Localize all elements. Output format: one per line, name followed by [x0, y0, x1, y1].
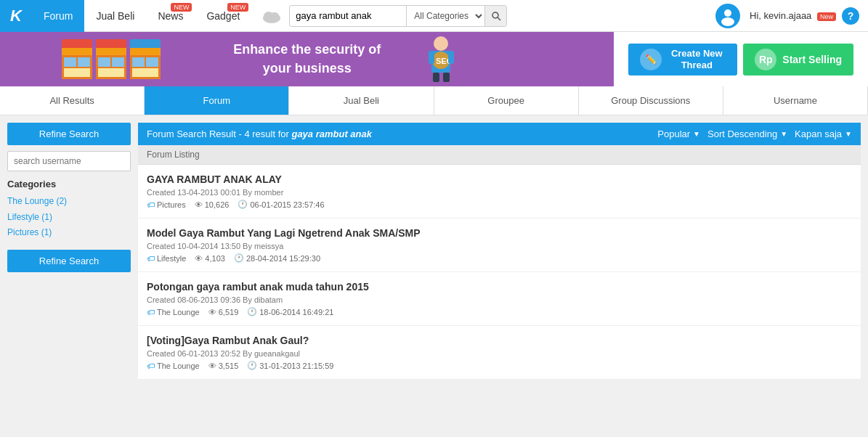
header: K Forum Jual Beli News NEW Gadget NEW Al… [0, 0, 868, 32]
main-content: Refine Search Categories The Lounge (2) … [0, 115, 868, 387]
user-info: Hi, kevin.ajaaa New [750, 10, 836, 21]
store-1 [62, 39, 92, 79]
banner-stores [62, 39, 161, 79]
help-icon-wrapper[interactable] [712, 0, 744, 32]
tab-jual-beli[interactable]: Jual Beli [289, 86, 434, 115]
svg-point-6 [724, 9, 731, 17]
logo-icon: K [10, 7, 22, 25]
results-header: Forum Search Result - 4 result for gaya … [138, 123, 861, 145]
banner: Enhance the security of your business SE… [0, 32, 614, 86]
sort-popular[interactable]: Popular ▼ [657, 128, 700, 139]
sort-descending-arrow: ▼ [780, 130, 787, 138]
thread-title-2[interactable]: Model Gaya Rambut Yang Lagi Ngetrend Ana… [147, 227, 852, 239]
table-row: Model Gaya Rambut Yang Lagi Ngetrend Ana… [138, 218, 861, 272]
header-right: Hi, kevin.ajaaa New ? [712, 0, 868, 32]
thread-views-2: 👁 4,103 [195, 254, 225, 263]
thread-meta-1: Created 13-04-2013 00:01 By momber [147, 188, 852, 197]
username-search-input[interactable] [7, 151, 131, 171]
thread-stats-3: 🏷 The Lounge 👁 6,519 🕐 18-06-2014 16:49:… [147, 307, 852, 316]
clock-icon: 🕐 [238, 200, 248, 209]
sort-time[interactable]: Kapan saja ▼ [795, 128, 852, 139]
thread-meta-4: Created 06-01-2013 20:52 By gueanakgaul [147, 349, 852, 358]
tag-icon: 🏷 [147, 254, 155, 263]
tab-forum[interactable]: Forum [145, 86, 289, 115]
tag-icon: 🏷 [147, 308, 155, 316]
tab-group-discussions[interactable]: Group Discussions [579, 86, 723, 115]
thread-title-3[interactable]: Potongan gaya rambut anak muda tahun 201… [147, 281, 852, 293]
store-3 [130, 39, 161, 79]
clock-icon: 🕐 [247, 307, 257, 316]
tag-icon: 🏷 [147, 362, 155, 370]
thread-stats-2: 🏷 Lifestyle 👁 4,103 🕐 28-04-2014 15:29:3… [147, 253, 852, 263]
tab-username[interactable]: Username [723, 86, 868, 115]
thread-date-3: 🕐 18-06-2014 16:49:21 [247, 307, 333, 316]
svg-line-4 [498, 17, 500, 20]
cat-item-lifestyle[interactable]: Lifestyle (1) [7, 210, 131, 226]
svg-point-8 [434, 36, 448, 51]
clock-icon: 🕐 [234, 253, 244, 263]
svg-point-7 [721, 17, 734, 26]
help-avatar-icon [715, 3, 741, 29]
sort-descending[interactable]: Sort Descending ▼ [707, 128, 787, 139]
news-badge: NEW [171, 3, 192, 12]
svg-rect-14 [433, 73, 439, 82]
categories-title: Categories [7, 179, 131, 189]
category-list: The Lounge (2) Lifestyle (1) Pictures (1… [7, 194, 131, 241]
results-sort: Popular ▼ Sort Descending ▼ Kapan saja ▼ [657, 128, 852, 139]
svg-point-3 [492, 12, 498, 18]
results-panel: Forum Search Result - 4 result for gaya … [138, 123, 861, 380]
search-button[interactable] [484, 5, 506, 27]
nav-news[interactable]: News NEW [146, 0, 195, 32]
thread-category-2: 🏷 Lifestyle [147, 254, 186, 263]
search-input[interactable] [290, 10, 406, 21]
search-area: All Categories [289, 5, 507, 27]
eye-icon: 👁 [208, 308, 216, 316]
thread-views-4: 👁 3,515 [208, 362, 239, 370]
thread-views-1: 👁 10,626 [195, 200, 230, 209]
thread-views-3: 👁 6,519 [208, 308, 239, 316]
tab-all-results[interactable]: All Results [0, 86, 145, 115]
category-select[interactable]: All Categories [406, 5, 484, 27]
results-title: Forum Search Result - 4 result for gaya … [147, 128, 372, 139]
nav-jual-beli[interactable]: Jual Beli [84, 0, 146, 32]
table-row: Potongan gaya rambut anak muda tahun 201… [138, 272, 861, 326]
thread-title-4[interactable]: [Voting]Gaya Rambut Anak Gaul? [147, 335, 852, 346]
thread-date-1: 🕐 06-01-2015 23:57:46 [238, 200, 324, 209]
sort-time-arrow: ▼ [845, 130, 852, 138]
cat-item-pictures[interactable]: Pictures (1) [7, 225, 131, 241]
table-row: GAYA RAMBUT ANAK ALAY Created 13-04-2013… [138, 165, 861, 218]
refine-search-bottom-button[interactable]: Refine Search [7, 250, 131, 272]
store-2 [96, 39, 126, 79]
cat-item-lounge[interactable]: The Lounge (2) [7, 194, 131, 210]
tab-groupee[interactable]: Groupee [434, 86, 579, 115]
forum-listing-label: Forum Listing [138, 145, 861, 165]
thread-category-4: 🏷 The Lounge [147, 362, 200, 370]
table-row: [Voting]Gaya Rambut Anak Gaul? Created 0… [138, 326, 861, 380]
tag-icon: 🏷 [147, 200, 155, 209]
sort-popular-arrow: ▼ [693, 130, 700, 138]
thread-stats-4: 🏷 The Lounge 👁 3,515 🕐 31-01-2013 21:15:… [147, 361, 852, 370]
nav-gadget[interactable]: Gadget NEW [195, 0, 251, 32]
search-icon [491, 11, 501, 21]
sidebar: Refine Search Categories The Lounge (2) … [7, 123, 131, 380]
svg-rect-15 [443, 73, 450, 82]
start-selling-button[interactable]: Rp Start Selling [743, 44, 853, 75]
action-buttons: ✏️ Create New Thread Rp Start Selling [614, 32, 868, 86]
character-icon: SEC [421, 35, 461, 82]
eye-icon: 👁 [208, 362, 216, 370]
logo-box[interactable]: K [0, 0, 32, 32]
thread-title-1[interactable]: GAYA RAMBUT ANAK ALAY [147, 173, 852, 185]
thread-category-3: 🏷 The Lounge [147, 308, 200, 316]
svg-rect-12 [429, 51, 434, 64]
create-thread-button[interactable]: ✏️ Create New Thread [628, 44, 737, 75]
thread-meta-3: Created 08-06-2013 09:36 By dibatam [147, 295, 852, 304]
nav-forum[interactable]: Forum [32, 0, 84, 32]
refine-search-top-button[interactable]: Refine Search [7, 123, 131, 145]
svg-rect-13 [448, 51, 454, 64]
thread-category-1: 🏷 Pictures [147, 200, 186, 209]
tabs-bar: All Results Forum Jual Beli Groupee Grou… [0, 86, 868, 115]
thread-date-2: 🕐 28-04-2014 15:29:30 [234, 253, 320, 263]
question-icon[interactable]: ? [842, 7, 859, 25]
gadget-badge: NEW [227, 3, 248, 12]
create-icon: ✏️ [640, 49, 662, 70]
